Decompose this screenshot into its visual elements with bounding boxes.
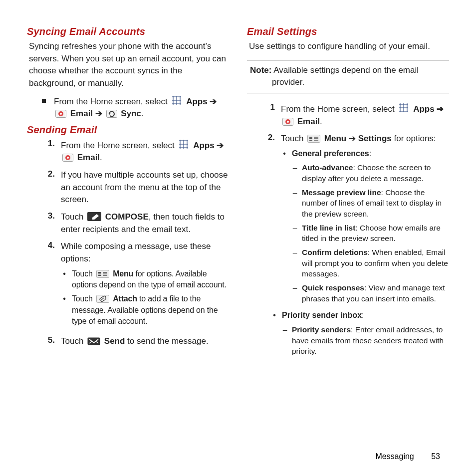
- sub-item: • General preferences: – Auto-advance: C…: [281, 148, 449, 307]
- text: From the Home screen, select: [281, 104, 397, 114]
- label: Priority senders: [292, 325, 351, 334]
- dash-icon: –: [292, 187, 298, 220]
- sending-steps: 1. From the Home screen, select Apps ➔ E…: [27, 139, 229, 347]
- menu-icon: [307, 135, 320, 143]
- label: Title line in list: [302, 224, 355, 232]
- dash-item: – Quick responses: View and manage text …: [292, 282, 449, 304]
- page-footer: Messaging 53: [375, 452, 440, 461]
- step-body: While composing a message, use these opt…: [61, 240, 229, 330]
- menu-label: Menu: [324, 134, 346, 143]
- email-label: Email: [70, 109, 93, 118]
- bullet-icon: •: [61, 268, 68, 291]
- heading-email-settings: Email Settings: [247, 26, 449, 37]
- text: Touch: [61, 212, 86, 222]
- label: Priority sender inbox: [282, 311, 362, 319]
- text: Touch: [72, 269, 95, 278]
- apps-icon: [398, 102, 409, 113]
- syncing-body: Syncing refreshes your phone with the ac…: [29, 40, 229, 90]
- list-item: 4. While composing a message, use these …: [27, 240, 229, 330]
- dash-icon: –: [292, 282, 298, 304]
- step-body: Touch Menu ➔ Settings for options: • Gen…: [281, 133, 449, 363]
- text: Touch: [281, 134, 306, 143]
- text: :: [369, 149, 371, 158]
- dash-icon: –: [292, 247, 298, 279]
- sync-icon: [106, 110, 117, 118]
- step-number: 2.: [41, 169, 55, 206]
- apps-label: Apps: [193, 141, 215, 150]
- text: General preferences: – Auto-advance: Cho…: [292, 148, 449, 307]
- text: for options. Available options depend on…: [72, 269, 227, 289]
- attach-icon: [96, 295, 109, 303]
- text: Touch: [61, 336, 86, 346]
- note-label: Note:: [250, 65, 271, 75]
- list-item: 2. If you have multiple accounts set up,…: [27, 169, 229, 206]
- step-body: From the Home screen, select Apps ➔ Emai…: [61, 139, 229, 164]
- list-item: 1. From the Home screen, select Apps ➔ E…: [27, 139, 229, 164]
- sub-item: • Touch Attach to add a file to the mess…: [61, 293, 229, 327]
- sync-label: Sync: [121, 109, 141, 118]
- dash-item: – Confirm deletions: When enabled, Email…: [292, 247, 449, 279]
- send-label: Send: [104, 336, 125, 346]
- email-icon: [282, 118, 293, 126]
- list-item: 5. Touch Send to send the message.: [27, 335, 229, 348]
- text: Touch Menu for options. Available option…: [72, 268, 229, 291]
- dash-item: – Title line in list: Choose how emails …: [292, 223, 449, 244]
- step-number: 3.: [41, 211, 55, 236]
- dash-item: – Auto-advance: Choose the screen to dis…: [292, 162, 449, 184]
- step-body: Touch COMPOSE, then touch fields to ente…: [61, 211, 229, 236]
- label: Auto-advance: [302, 163, 353, 172]
- sub-item: • Touch Menu for options. Available opti…: [61, 268, 229, 291]
- list-item: 1 From the Home screen, select Apps ➔ Em…: [247, 102, 449, 128]
- dash-item: – Message preview line: Choose the numbe…: [292, 187, 449, 220]
- menu-label: Menu: [113, 269, 133, 278]
- heading-sending: Sending Email: [27, 124, 229, 136]
- sub-item: • Priority sender inbox: – Priority send…: [271, 310, 449, 359]
- heading-syncing: Syncing Email Accounts: [27, 26, 229, 37]
- dash-icon: –: [282, 324, 288, 357]
- bullet-icon: •: [61, 293, 68, 327]
- email-icon: [62, 154, 73, 162]
- apps-icon: [171, 95, 182, 106]
- apps-label: Apps: [186, 97, 208, 106]
- list-item: 2. Touch Menu ➔ Settings for options: • …: [247, 133, 449, 363]
- email-icon: [55, 110, 66, 118]
- bullet-icon: •: [281, 148, 288, 307]
- text: :: [362, 311, 364, 319]
- text: While composing a message, use these opt…: [61, 241, 211, 263]
- text: From the Home screen, select: [54, 97, 170, 106]
- text: From the Home screen, select: [61, 141, 177, 150]
- step-number: 1: [261, 102, 275, 128]
- step-number: 4.: [41, 240, 55, 330]
- settings-steps: 1 From the Home screen, select Apps ➔ Em…: [247, 102, 449, 363]
- email-label: Email: [297, 117, 320, 126]
- text: Priority sender inbox: – Priority sender…: [282, 310, 449, 359]
- text: ➔: [346, 134, 358, 143]
- apps-label: Apps: [413, 104, 435, 114]
- right-column: Email Settings Use settings to configure…: [247, 22, 449, 461]
- text: to send the message.: [125, 336, 208, 346]
- section-name: Messaging: [375, 452, 414, 461]
- note-box: Note: Available settings depend on the e…: [247, 60, 449, 93]
- step-body: From the Home screen, select Apps ➔ Emai…: [281, 102, 449, 128]
- text: for options:: [392, 134, 436, 143]
- attach-label: Attach: [113, 294, 137, 303]
- step-body: If you have multiple accounts set up, ch…: [61, 169, 229, 206]
- dash-icon: –: [292, 162, 298, 184]
- text: Touch: [72, 294, 95, 303]
- compose-icon: [87, 212, 101, 221]
- step-body: Touch Send to send the message.: [61, 335, 229, 348]
- apps-icon: [178, 139, 189, 150]
- arrow-icon: ➔: [210, 97, 217, 106]
- text: Touch Attach to add a file to the messag…: [72, 293, 229, 327]
- note-text: Available settings depend on the email p…: [271, 65, 419, 87]
- label: Message preview line: [302, 188, 381, 197]
- arrow-icon: ➔: [217, 141, 224, 150]
- step-number: 5.: [41, 335, 55, 348]
- label: Quick responses: [302, 283, 364, 292]
- label: General preferences: [292, 149, 369, 158]
- page-number: 53: [431, 452, 440, 461]
- step-number: 1.: [41, 139, 55, 164]
- sync-step-body: From the Home screen, select Apps ➔ Emai…: [54, 95, 229, 120]
- label: Confirm deletions: [302, 248, 368, 256]
- arrow-icon: ➔: [95, 109, 102, 118]
